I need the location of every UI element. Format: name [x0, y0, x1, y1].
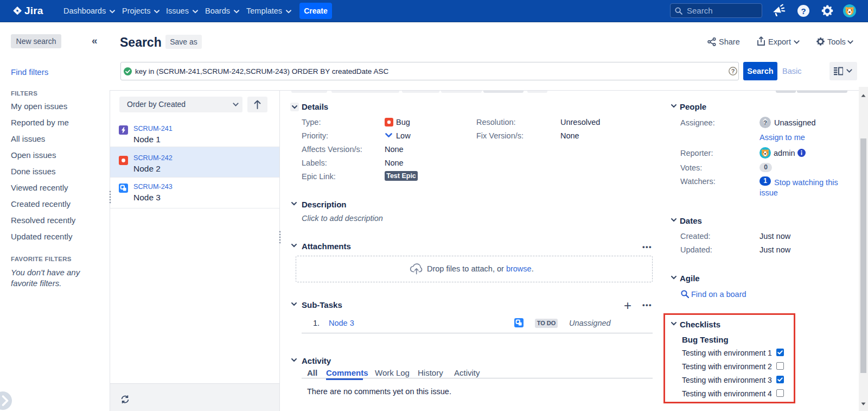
svg-text:?: ?	[801, 7, 806, 16]
svg-text:?: ?	[763, 119, 767, 126]
svg-text:?: ?	[731, 68, 735, 74]
